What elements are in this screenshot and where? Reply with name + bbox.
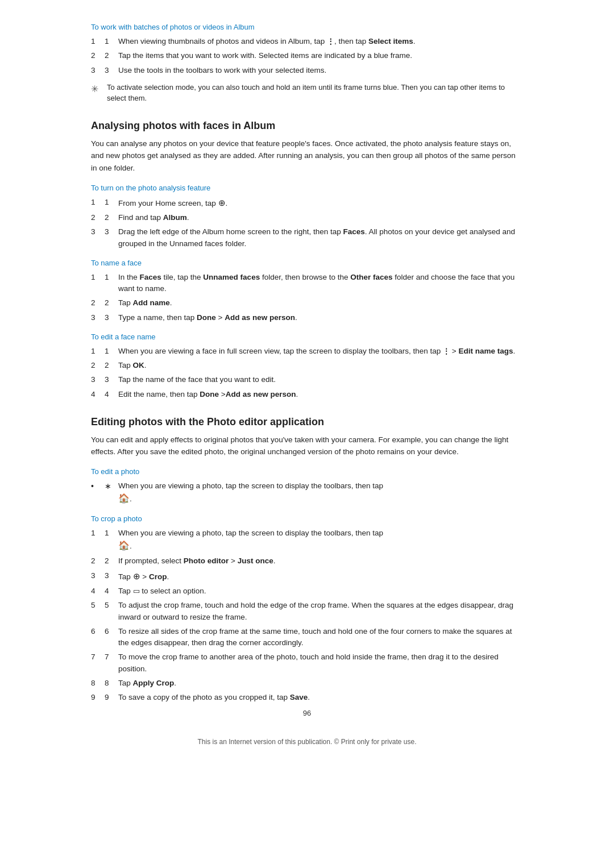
analysing-section-heading: Analysing photos with faces in Album — [91, 120, 523, 132]
list-text: Tap OK. — [118, 360, 147, 371]
edit-photo-link: To edit a photo — [91, 467, 523, 476]
list-item: 1 From your Home screen, tap ⊕. — [91, 197, 523, 210]
tip-icon: ✳ — [91, 82, 107, 96]
top-section-link: To work with batches of photos or videos… — [91, 23, 523, 31]
list-text: To save a copy of the photo as you cropp… — [118, 692, 310, 703]
page-number: 96 — [91, 709, 523, 717]
list-item: 3 Drag the left edge of the Album home s… — [91, 226, 523, 250]
list-item: 1 When you are viewing a face in full sc… — [91, 346, 523, 357]
list-item: 4 Edit the name, then tap Done >Add as n… — [91, 389, 523, 400]
list-number: 2 — [105, 297, 118, 309]
page-footer: This is an Internet version of this publ… — [91, 738, 523, 746]
list-item: 2 Tap the items that you want to work wi… — [91, 50, 523, 61]
list-item: 9 To save a copy of the photo as you cro… — [91, 692, 523, 703]
list-item: 3 Type a name, then tap Done > Add as ne… — [91, 312, 523, 323]
list-text: In the Faces tile, tap the Unnamed faces… — [118, 272, 523, 295]
list-item: 3 Tap ⊕ > Crop. — [91, 570, 523, 583]
page-container: To work with batches of photos or videos… — [91, 23, 523, 746]
list-text: When you are viewing a photo, tap the sc… — [118, 480, 383, 505]
list-item: 8 Tap Apply Crop. — [91, 678, 523, 689]
list-text: If prompted, select Photo editor > Just … — [118, 555, 276, 567]
list-number: 1 — [105, 197, 118, 210]
name-face-list: 1 In the Faces tile, tap the Unnamed fac… — [91, 272, 523, 323]
list-text: Type a name, then tap Done > Add as new … — [118, 312, 297, 323]
list-number: 2 — [105, 555, 118, 567]
list-text: Tap Add name. — [118, 297, 172, 309]
edit-face-list: 1 When you are viewing a face in full sc… — [91, 346, 523, 400]
list-text: Tap ▭ to select an option. — [118, 585, 206, 597]
list-item: 2 Tap OK. — [91, 360, 523, 371]
list-text: Find and tap Album. — [118, 212, 189, 223]
list-number: 3 — [105, 226, 118, 250]
list-number: 3 — [105, 374, 118, 385]
list-text: Tap the items that you want to work with… — [118, 50, 412, 61]
list-text: Tap Apply Crop. — [118, 678, 176, 689]
list-number: 3 — [105, 65, 118, 76]
list-number: 1 — [105, 528, 118, 553]
edit-face-link: To edit a face name — [91, 333, 523, 341]
list-text: Tap ⊕ > Crop. — [118, 570, 169, 583]
list-number: 6 — [105, 626, 118, 649]
list-number: 3 — [105, 570, 118, 583]
analysing-section-body: You can analyse any photos on your devic… — [91, 138, 523, 175]
list-item: 7 To move the crop frame to another area… — [91, 651, 523, 675]
list-number: 4 — [105, 585, 118, 597]
list-item: ∗ When you are viewing a photo, tap the … — [91, 480, 523, 505]
list-item: 2 Find and tap Album. — [91, 212, 523, 223]
turn-on-list: 1 From your Home screen, tap ⊕. 2 Find a… — [91, 197, 523, 250]
list-text: To resize all sides of the crop frame at… — [118, 626, 523, 649]
list-number: 2 — [105, 360, 118, 371]
list-item: 6 To resize all sides of the crop frame … — [91, 626, 523, 649]
list-number: 7 — [105, 651, 118, 675]
list-number: 1 — [105, 272, 118, 295]
list-text: To adjust the crop frame, touch and hold… — [118, 600, 523, 623]
list-text: When you are viewing a photo, tap the sc… — [118, 528, 383, 553]
edit-photo-list: ∗ When you are viewing a photo, tap the … — [91, 480, 523, 505]
crop-photo-list: 1 When you are viewing a photo, tap the … — [91, 528, 523, 703]
top-section-list: 1 When viewing thumbnails of photos and … — [91, 36, 523, 76]
list-item: 1 In the Faces tile, tap the Unnamed fac… — [91, 272, 523, 295]
list-number: 5 — [105, 600, 118, 623]
list-text: Use the tools in the toolbars to work wi… — [118, 65, 326, 76]
list-number: 2 — [105, 50, 118, 61]
name-face-link: To name a face — [91, 259, 523, 267]
list-text: When viewing thumbnails of photos and vi… — [118, 36, 416, 47]
list-number: 4 — [105, 389, 118, 400]
editing-section-heading: Editing photos with the Photo editor app… — [91, 416, 523, 428]
list-item: 4 Tap ▭ to select an option. — [91, 585, 523, 597]
tip-text: To activate selection mode, you can also… — [107, 82, 523, 104]
editing-section-body: You can edit and apply effects to origin… — [91, 434, 523, 458]
list-text: Drag the left edge of the Album home scr… — [118, 226, 523, 250]
list-item: 3 Tap the name of the face that you want… — [91, 374, 523, 385]
list-item: 3 Use the tools in the toolbars to work … — [91, 65, 523, 76]
list-text: To move the crop frame to another area o… — [118, 651, 523, 675]
list-text: Edit the name, then tap Done >Add as new… — [118, 389, 298, 400]
list-text: From your Home screen, tap ⊕. — [118, 197, 227, 210]
list-item: 2 Tap Add name. — [91, 297, 523, 309]
list-number: 1 — [105, 36, 118, 47]
crop-photo-link: To crop a photo — [91, 514, 523, 523]
turn-on-link: To turn on the photo analysis feature — [91, 184, 523, 192]
tip-row: ✳ To activate selection mode, you can al… — [91, 82, 523, 104]
list-item: 2 If prompted, select Photo editor > Jus… — [91, 555, 523, 567]
list-number: 1 — [105, 346, 118, 357]
list-item: 1 When you are viewing a photo, tap the … — [91, 528, 523, 553]
bullet-icon: ∗ — [105, 480, 118, 492]
list-number: 2 — [105, 212, 118, 223]
list-number: 9 — [105, 692, 118, 703]
list-item: 5 To adjust the crop frame, touch and ho… — [91, 600, 523, 623]
list-text: Tap the name of the face that you want t… — [118, 374, 276, 385]
list-item: 1 When viewing thumbnails of photos and … — [91, 36, 523, 47]
list-number: 8 — [105, 678, 118, 689]
list-number: 3 — [105, 312, 118, 323]
list-text: When you are viewing a face in full scre… — [118, 346, 515, 357]
